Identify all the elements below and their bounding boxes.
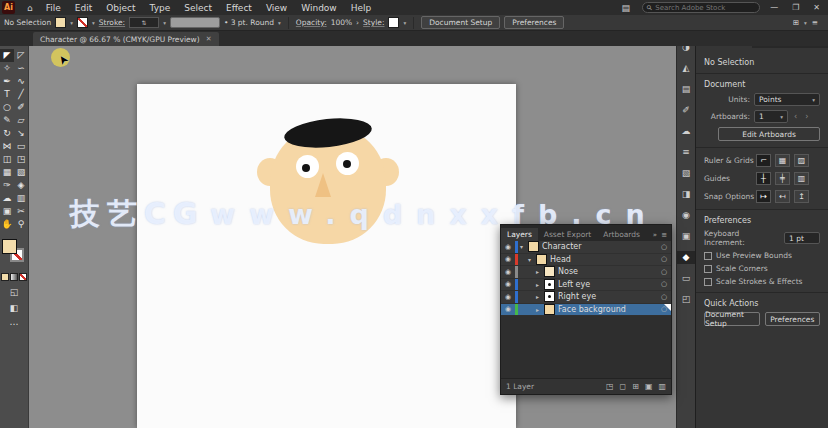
- target-circle-icon[interactable]: ○: [657, 255, 671, 263]
- tool-ellipse[interactable]: ○: [0, 101, 14, 114]
- fill-color-swatch[interactable]: [55, 17, 66, 28]
- opacity-value[interactable]: 100%: [331, 18, 352, 27]
- menu-view[interactable]: View: [259, 3, 294, 13]
- style-label[interactable]: Style:: [363, 18, 384, 27]
- menu-window[interactable]: Window: [294, 3, 344, 13]
- minimize-button[interactable]: —: [766, 3, 782, 12]
- chevron-down-icon[interactable]: ▾: [804, 20, 807, 26]
- snap-to-pixel-icon[interactable]: ↥: [794, 190, 809, 203]
- snap-to-point-icon[interactable]: ↤: [775, 190, 790, 203]
- tool-slice[interactable]: ✂: [14, 205, 28, 218]
- tool-column-graph[interactable]: ▥: [14, 192, 28, 205]
- symbols-panel-icon[interactable]: ☁: [677, 125, 696, 138]
- tool-direct-selection[interactable]: ◸: [14, 49, 28, 62]
- layer-row-right-eye[interactable]: ◉ ▸ Right eye ○: [501, 291, 671, 304]
- menu-object[interactable]: Object: [99, 3, 142, 13]
- visibility-eye-icon[interactable]: ◉: [501, 255, 515, 263]
- search-box[interactable]: ⚲: [642, 2, 760, 13]
- layer-row-head[interactable]: ◉ ▾ Head ○: [501, 254, 671, 267]
- lock-guides-icon[interactable]: ╪: [775, 172, 790, 185]
- panel-menu-icon[interactable]: ≡: [812, 18, 818, 27]
- show-grid-icon[interactable]: ▦: [775, 154, 790, 167]
- layer-thumbnail[interactable]: [544, 279, 555, 290]
- menu-type[interactable]: Type: [143, 3, 178, 13]
- transparency-panel-icon[interactable]: ◨: [677, 188, 696, 201]
- toolbar-fill-swatch[interactable]: [2, 239, 17, 254]
- close-button[interactable]: ✕: [809, 3, 824, 12]
- edit-artboards-button[interactable]: Edit Artboards: [718, 127, 820, 141]
- layer-thumbnail[interactable]: [536, 254, 547, 265]
- edit-toolbar-ellipsis[interactable]: ⋯: [10, 319, 19, 329]
- menu-help[interactable]: Help: [344, 3, 379, 13]
- gradient-button[interactable]: [10, 273, 18, 281]
- character-right-eye[interactable]: [336, 152, 359, 175]
- color-guide-panel-icon[interactable]: ◭: [677, 62, 696, 75]
- tool-mesh[interactable]: ▦: [0, 166, 14, 179]
- screen-mode-icon[interactable]: ◧: [10, 303, 19, 313]
- swatches-panel-icon[interactable]: ▤: [677, 83, 696, 96]
- menu-select[interactable]: Select: [177, 3, 219, 13]
- expand-chevron-icon[interactable]: ▸: [536, 306, 544, 313]
- tool-hand[interactable]: ✋: [0, 218, 14, 231]
- units-dropdown[interactable]: Points ▾: [754, 93, 820, 106]
- layer-thumbnail[interactable]: [544, 266, 555, 277]
- chevron-down-icon[interactable]: ▾: [70, 20, 73, 26]
- none-button[interactable]: [19, 273, 27, 281]
- tool-eraser[interactable]: ▱: [14, 114, 28, 127]
- target-circle-icon[interactable]: ○: [657, 280, 671, 288]
- keyboard-increment-field[interactable]: 1 pt: [784, 232, 820, 244]
- make-clipping-mask-icon[interactable]: ◻: [620, 382, 627, 391]
- layer-name[interactable]: Head: [550, 255, 657, 264]
- layer-row-left-eye[interactable]: ◉ ▸ Left eye ○: [501, 279, 671, 292]
- delete-selection-icon[interactable]: ▥: [658, 382, 666, 391]
- tab-layers[interactable]: Layers: [501, 228, 538, 241]
- chevron-down-icon[interactable]: ▾: [278, 20, 281, 26]
- transparency-grid-icon[interactable]: ▨: [794, 154, 809, 167]
- stroke-label[interactable]: Stroke:: [99, 18, 125, 27]
- tool-zoom[interactable]: ⚲: [14, 218, 28, 231]
- tool-perspective-grid[interactable]: ◳: [14, 153, 28, 166]
- chevron-down-icon[interactable]: ▾: [403, 20, 406, 26]
- tool-curvature[interactable]: ∿: [14, 75, 28, 88]
- graphic-styles-panel-icon[interactable]: ▣: [677, 230, 696, 243]
- new-sublayer-icon[interactable]: ⊞: [632, 382, 639, 391]
- tab-artboards[interactable]: Artboards: [597, 228, 646, 241]
- tool-magic-wand[interactable]: ✧: [0, 62, 14, 75]
- menu-edit[interactable]: Edit: [68, 3, 99, 13]
- tool-gradient[interactable]: ▧: [14, 166, 28, 179]
- tab-asset-export[interactable]: Asset Export: [538, 228, 597, 241]
- opacity-label[interactable]: Opacity:: [296, 18, 327, 27]
- search-input[interactable]: [655, 4, 755, 12]
- opacity-expand-icon[interactable]: ›: [356, 18, 359, 27]
- character-nose[interactable]: [315, 173, 331, 197]
- tool-blend[interactable]: ◈: [14, 179, 28, 192]
- scale-corners-checkbox[interactable]: [704, 265, 712, 273]
- stroke-color-swatch[interactable]: [77, 17, 88, 28]
- layer-name[interactable]: Nose: [558, 267, 657, 276]
- layer-thumbnail[interactable]: [544, 291, 555, 302]
- brush-definition[interactable]: • 3 pt. Round: [224, 18, 274, 27]
- expand-chevron-icon[interactable]: ▸: [536, 293, 544, 300]
- prev-artboard-icon[interactable]: ‹: [792, 112, 799, 121]
- visibility-eye-icon[interactable]: ◉: [501, 268, 515, 276]
- use-preview-bounds-checkbox[interactable]: [704, 252, 712, 260]
- smart-guides-icon[interactable]: ▥: [794, 172, 809, 185]
- tool-scale[interactable]: ↘: [14, 127, 28, 140]
- chevron-down-icon[interactable]: ▾: [163, 20, 166, 26]
- tool-eyedropper[interactable]: ✑: [0, 179, 14, 192]
- appearance-panel-icon[interactable]: ◉: [677, 209, 696, 222]
- tool-free-transform[interactable]: ▭: [14, 140, 28, 153]
- layer-name[interactable]: Right eye: [558, 292, 657, 301]
- visibility-eye-icon[interactable]: ◉: [501, 243, 515, 251]
- expand-chevron-icon[interactable]: ▾: [520, 243, 528, 250]
- stroke-weight-stepper[interactable]: ⇅: [129, 17, 159, 28]
- target-circle-icon[interactable]: ○: [657, 243, 671, 251]
- arrange-documents-icon[interactable]: ▤: [622, 3, 631, 13]
- artboards-panel-icon[interactable]: ▭: [677, 272, 696, 285]
- preferences-button[interactable]: Preferences: [504, 16, 564, 29]
- tool-artboard[interactable]: ▣: [0, 205, 14, 218]
- tool-lasso[interactable]: ∽: [14, 62, 28, 75]
- document-tab[interactable]: Character @ 66.67 % (CMYK/GPU Preview) ✕: [33, 32, 219, 46]
- color-button[interactable]: [1, 273, 9, 281]
- visibility-eye-icon[interactable]: ◉: [501, 293, 515, 301]
